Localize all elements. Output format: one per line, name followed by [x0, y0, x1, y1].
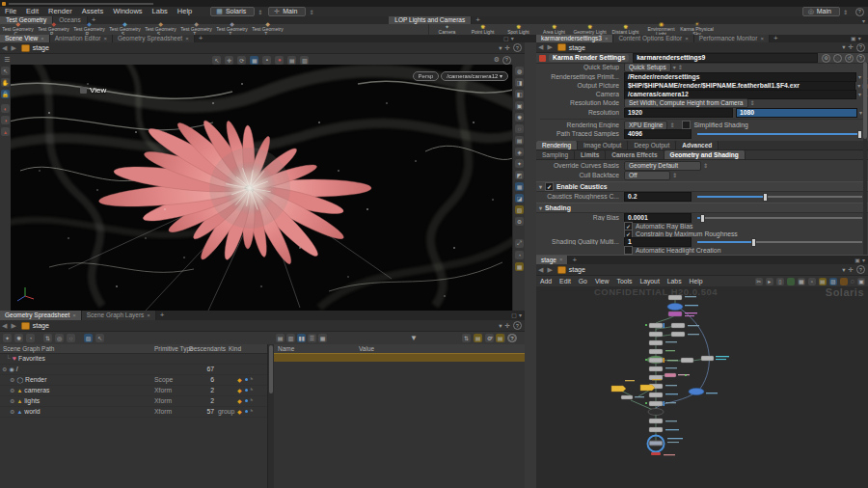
net-grid-icon[interactable]: ▦ [798, 278, 805, 285]
net-color-icon[interactable] [787, 278, 795, 285]
automatic-headlight-checkbox[interactable] [624, 246, 633, 255]
shelf-tool-spot-light[interactable]: ✺Spot Light [501, 25, 536, 35]
vis-flag-icon[interactable] [245, 389, 248, 392]
spinner-icon[interactable]: ⇕ [750, 99, 755, 106]
net-tool-icon[interactable]: ▯ [776, 278, 784, 285]
close-icon[interactable]: × [685, 35, 689, 42]
subtab-camera-effects[interactable]: Camera Effects [606, 150, 664, 159]
tab-geometry-spreadsheet[interactable]: Geometry Spreadsheet× [0, 311, 82, 320]
net-menu-edit[interactable]: Edit [556, 276, 575, 286]
net-find-icon[interactable]: ◌ [851, 278, 854, 285]
bottom-tab-add[interactable]: + [156, 312, 169, 319]
pin-icon[interactable]: ✛ [849, 43, 854, 51]
bottom-pane-controls[interactable]: ▢▾ [511, 312, 525, 319]
solo-flag-icon[interactable]: ◆ [237, 376, 242, 383]
render-view-icon[interactable]: ● [275, 56, 284, 65]
close-icon[interactable]: × [185, 35, 189, 42]
resolution-height-field-selected[interactable]: 1080 [736, 108, 857, 118]
ss-view-icon[interactable]: ▦ [318, 334, 327, 342]
net-snap-icon[interactable]: ▫ [808, 278, 816, 285]
display-option-icon[interactable]: ◍ [515, 67, 524, 75]
back-icon[interactable]: ◀ [0, 44, 9, 52]
display-option-icon[interactable]: ◌ [515, 124, 524, 133]
net-tool-icon[interactable]: ▸ [766, 278, 773, 285]
net-menu-view[interactable]: View [591, 276, 613, 286]
display-option-icon[interactable]: ▣ [515, 101, 524, 110]
expand-icon[interactable]: ⤢ [515, 239, 524, 248]
display-option-icon[interactable]: ◨ [515, 78, 524, 87]
close-icon[interactable]: × [559, 256, 563, 264]
sg-select-mode-icon[interactable]: ▧ [84, 334, 93, 342]
filter-funnel-icon[interactable]: ▼ [410, 334, 418, 342]
dropdown-caret[interactable]: ▾ [858, 91, 861, 97]
net-menu-labs[interactable]: Labs [664, 276, 686, 286]
collapse-icon[interactable]: ▾ [539, 183, 542, 190]
path-dropdown-icon[interactable]: ▾ [499, 322, 502, 330]
sg-expand-icon[interactable]: ◎ [55, 334, 64, 342]
viewport-help-icon[interactable]: ? [502, 56, 511, 65]
material-icon[interactable]: ◑ [1, 116, 10, 124]
layout-tool-icon[interactable]: ▥ [300, 56, 309, 65]
shading-quality-slider[interactable] [697, 241, 862, 243]
sheet-selected-row[interactable] [274, 353, 525, 362]
shelf-tool-point-light[interactable]: ✺Point Light [465, 25, 501, 35]
radial-spinner[interactable]: ⇕ [309, 9, 313, 15]
close-icon[interactable]: × [147, 311, 150, 320]
vis-flag-icon[interactable] [245, 410, 248, 413]
tab-animation-editor[interactable]: Animation Editor× [50, 35, 113, 42]
cull-backface-dropdown[interactable]: Off [624, 171, 670, 180]
ss-help-icon[interactable]: ? [507, 334, 516, 342]
desktop-selector[interactable]: ▦ Solaris [210, 7, 255, 16]
section-shading[interactable]: ▾ Shading [536, 203, 868, 213]
col-primitive-type[interactable]: Primitive Type [154, 345, 194, 352]
gear-icon[interactable]: ⚙ [2, 366, 7, 372]
subtab-geometry-and-shading[interactable]: Geometry and Shading [665, 150, 746, 159]
pane-divider[interactable] [525, 42, 536, 488]
caustics-roughness-field[interactable]: 0.2 [624, 192, 692, 202]
pin-icon[interactable]: ✛ [505, 322, 510, 330]
close-icon[interactable]: × [72, 311, 76, 320]
tree-scrollbar[interactable] [267, 344, 274, 488]
karma-path[interactable]: stage [569, 44, 585, 51]
render-region-icon[interactable]: ◐ [1, 104, 10, 113]
toolbox-icon[interactable]: ☰ [4, 56, 10, 64]
h-flag-icon[interactable]: ʰ [251, 409, 253, 415]
resolution-mode-dropdown[interactable]: Set Width, Compute Height from Camera [624, 98, 748, 108]
snapshot-tool-icon[interactable]: ▤ [287, 56, 296, 65]
gear-icon[interactable]: ⚙ [494, 56, 500, 65]
pan-icon[interactable]: ✋ [1, 78, 10, 87]
forward-icon[interactable]: ▶ [9, 322, 17, 330]
shelf-tab-lop-lights[interactable]: LOP Lights and Cameras [389, 16, 472, 24]
radial-menu-selector[interactable]: ✛ Main [268, 7, 306, 16]
samples-field[interactable]: 4096 [624, 129, 692, 139]
gear-icon[interactable]: ⚙ [10, 376, 14, 383]
display-option-icon[interactable]: ✦ [515, 159, 524, 168]
forward-icon[interactable]: ▶ [545, 43, 554, 51]
light-edit-icon[interactable]: ▴ [1, 127, 10, 136]
display-option-icon[interactable]: ◧ [515, 90, 524, 98]
col-descendants[interactable]: Descendants [189, 345, 226, 352]
radial-menu-selector-2[interactable]: ◎ Main [802, 7, 840, 16]
enable-caustics-checkbox[interactable]: ✓ [545, 182, 554, 191]
gear-icon[interactable]: ⚙ [10, 397, 14, 404]
sg-sort-icon[interactable]: ⇅ [462, 334, 471, 342]
close-icon[interactable]: × [103, 35, 107, 42]
tab-geometry-spreadsheet-top[interactable]: Geometry Spreadsheet× [113, 35, 195, 42]
menu-help[interactable]: Help [173, 7, 197, 16]
sg-camera-icon[interactable]: ✦ [3, 334, 12, 342]
right-pane-controls[interactable]: ▣▾ [851, 35, 864, 42]
help-icon[interactable]: ? [855, 8, 864, 16]
net-menu-help[interactable]: Help [686, 276, 707, 286]
karma-scrollbar[interactable] [863, 62, 867, 255]
solo-flag-icon[interactable]: ◆ [237, 397, 242, 404]
help-icon[interactable]: ? [856, 43, 865, 52]
net-tool-icon[interactable]: ✂ [755, 278, 763, 285]
radial2-spinner[interactable]: ⇕ [843, 9, 848, 15]
net-box-icon[interactable] [840, 278, 848, 285]
camera-pill[interactable]: /cameras/camera12 ▾ [441, 71, 508, 81]
col-kind[interactable]: Kind [229, 345, 241, 352]
tab-scene-graph-layers[interactable]: Scene Graph Layers× [82, 311, 156, 320]
sg-collapse-icon[interactable]: ⇅ [43, 334, 52, 342]
display-option-icon-active[interactable]: ◪ [515, 194, 524, 203]
net-sticky-icon[interactable]: ▤ [819, 278, 827, 285]
